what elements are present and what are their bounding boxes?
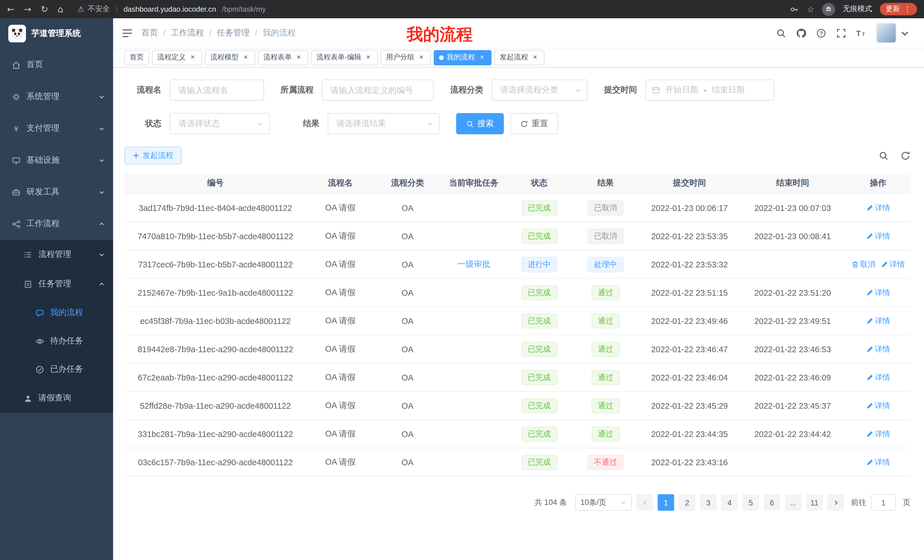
cell-category: OA	[374, 344, 441, 353]
sidebar-item-done-task[interactable]: 已办任务	[0, 355, 113, 383]
breadcrumb-item[interactable]: 任务管理	[217, 28, 250, 38]
close-icon[interactable]: ×	[417, 53, 426, 61]
tab-my-process[interactable]: 我的流程×	[434, 49, 491, 65]
tab-home[interactable]: 首页	[124, 49, 149, 65]
header-search-icon[interactable]	[776, 28, 786, 38]
close-icon[interactable]: ×	[364, 53, 372, 61]
detail-link[interactable]: 详情	[866, 400, 890, 411]
status-tag: 进行中	[521, 257, 557, 272]
browser-home-icon[interactable]: ⌂	[58, 4, 63, 14]
close-icon[interactable]: ×	[478, 53, 486, 61]
address-bar[interactable]: ⚠ 不安全 | dashboard.yudao.iocoder.cn/bpm/t…	[77, 4, 790, 14]
page-button-5[interactable]: 5	[742, 494, 759, 511]
cell-submit-time: 2022-01-22 23:45:29	[639, 401, 740, 410]
page-button-4[interactable]: 4	[721, 494, 738, 511]
sidebar-item-process-management[interactable]: 流程管理	[0, 240, 113, 269]
fullscreen-icon[interactable]	[836, 28, 846, 38]
refresh-table-icon[interactable]	[900, 150, 910, 160]
tab-process-model[interactable]: 流程模型×	[205, 49, 255, 65]
page-button-3[interactable]: 3	[700, 494, 717, 511]
prev-page-button[interactable]	[636, 494, 653, 511]
sidebar-toggle-icon[interactable]	[113, 28, 141, 37]
process-name-input[interactable]	[170, 79, 264, 101]
process-definition-label: 所属流程	[280, 85, 314, 95]
cancel-link[interactable]: 取消	[851, 259, 876, 270]
password-key-icon[interactable]	[790, 4, 799, 14]
detail-link[interactable]: 详情	[866, 344, 890, 354]
detail-link[interactable]: 详情	[866, 372, 890, 382]
sidebar-item-task-management[interactable]: 任务管理	[0, 269, 113, 298]
incognito-avatar[interactable]	[822, 3, 835, 15]
category-select[interactable]: 请选择流程分类	[491, 79, 587, 101]
page-size-select[interactable]: 10条/页	[575, 494, 632, 511]
sidebar-item-system[interactable]: 系统管理	[0, 81, 113, 112]
help-icon[interactable]: ?	[816, 28, 826, 38]
detail-link[interactable]: 详情	[866, 457, 890, 467]
detail-link[interactable]: 详情	[866, 428, 890, 439]
font-size-icon[interactable]: TT	[856, 28, 866, 38]
tab-process-definition[interactable]: 流程定义×	[152, 49, 202, 65]
github-icon[interactable]	[796, 28, 806, 38]
create-process-button[interactable]: 发起流程	[124, 147, 182, 165]
detail-link[interactable]: 详情	[880, 259, 905, 270]
tab-process-form[interactable]: 流程表单×	[258, 49, 308, 65]
breadcrumb-item[interactable]: 首页	[141, 28, 158, 38]
cell-operations: 详情	[846, 457, 910, 467]
sidebar-item-leave-query[interactable]: 请假查询	[0, 383, 113, 413]
tab-label: 流程表单	[264, 52, 292, 63]
page-ellipsis[interactable]: ...	[785, 494, 801, 511]
close-icon[interactable]: ×	[189, 53, 197, 61]
cell-category: OA	[374, 401, 441, 410]
cell-operations: 详情	[846, 202, 910, 213]
sidebar-item-todo-task[interactable]: 待办任务	[0, 327, 113, 355]
browser-forward-icon[interactable]: →	[24, 4, 32, 14]
breadcrumb-item[interactable]: 工作流程	[171, 28, 204, 38]
browser-update-button[interactable]: 更新 ⋮	[880, 3, 917, 15]
cell-id: 2152467e-7b9b-11ec-9a1b-acde48001122	[124, 288, 306, 297]
cell-status: 已完成	[507, 228, 572, 244]
detail-link[interactable]: 详情	[866, 202, 890, 213]
submit-time-range-picker[interactable]: 开始日期 - 结束日期	[645, 79, 774, 101]
detail-link[interactable]: 详情	[866, 287, 890, 298]
tab-user-group[interactable]: 用户分组×	[381, 49, 430, 65]
search-button[interactable]: 搜索	[456, 113, 504, 134]
sidebar-item-home[interactable]: 首页	[0, 49, 113, 81]
tab-process-form-edit[interactable]: 流程表单-编辑×	[311, 49, 378, 65]
cell-category: OA	[374, 259, 441, 269]
tab-start-process[interactable]: 发起流程×	[495, 49, 544, 65]
sidebar-item-my-process[interactable]: 我的流程	[0, 298, 113, 327]
close-icon[interactable]: ×	[295, 53, 303, 61]
cell-result: 通过	[572, 285, 639, 300]
browser-menu-icon[interactable]: ⋮	[904, 5, 911, 13]
status-select[interactable]: 请选择状态	[170, 113, 270, 134]
sidebar-item-workflow[interactable]: 工作流程	[0, 208, 113, 240]
bookmark-star-icon[interactable]: ☆	[807, 4, 814, 14]
svg-text:¥: ¥	[14, 124, 18, 133]
sidebar-item-payment[interactable]: ¥支付管理	[0, 112, 113, 144]
result-select[interactable]: 请选择流结果	[327, 113, 440, 134]
tab-label: 首页	[130, 52, 144, 63]
avatar[interactable]	[876, 23, 896, 43]
page-button-2[interactable]: 2	[679, 494, 695, 511]
toggle-search-icon[interactable]	[879, 150, 889, 160]
browser-back-icon[interactable]: ←	[7, 4, 15, 14]
next-page-button[interactable]	[828, 494, 844, 511]
detail-link[interactable]: 详情	[866, 315, 890, 326]
reset-button[interactable]: 重置	[510, 113, 558, 134]
close-icon[interactable]: ×	[531, 53, 539, 61]
user-menu[interactable]	[876, 23, 910, 43]
cell-category: OA	[374, 373, 441, 382]
page-button-1[interactable]: 1	[658, 494, 674, 511]
browser-reload-icon[interactable]: ↻	[41, 4, 48, 14]
sidebar-item-devtools[interactable]: 研发工具	[0, 176, 113, 208]
process-definition-input[interactable]	[322, 79, 434, 101]
current-task-link[interactable]: 一级审批	[458, 259, 490, 270]
page-button-11[interactable]: 11	[806, 494, 823, 511]
table-row: 03c6c157-7b9a-11ec-a290-acde48001122OA 请…	[124, 448, 910, 477]
detail-link[interactable]: 详情	[866, 231, 890, 241]
page-button-6[interactable]: 6	[764, 494, 780, 511]
goto-page-input[interactable]	[871, 494, 896, 511]
sidebar-item-infrastructure[interactable]: 基础设施	[0, 144, 113, 176]
close-icon[interactable]: ×	[242, 53, 250, 61]
security-warning[interactable]: ⚠ 不安全	[77, 4, 110, 14]
